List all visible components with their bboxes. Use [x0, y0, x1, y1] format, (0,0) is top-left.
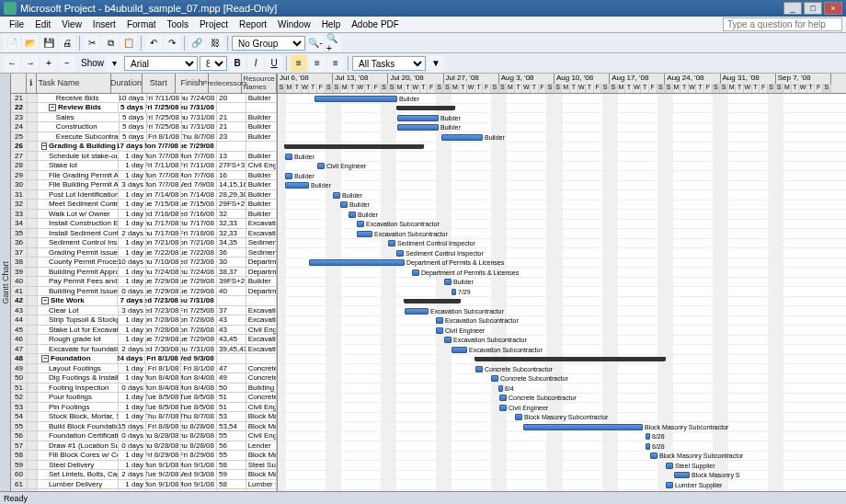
gantt-row[interactable]: 8/28 — [278, 432, 846, 442]
cell-start[interactable]: Mon 7/7/08 — [146, 180, 182, 189]
cell-id[interactable]: 43 — [11, 306, 28, 315]
italic-button[interactable]: I — [247, 55, 264, 72]
gantt-row[interactable]: Builder — [278, 278, 846, 288]
cell-info[interactable] — [28, 461, 38, 470]
cell-name[interactable]: Steel Delivery — [38, 461, 119, 470]
minimize-button[interactable]: _ — [783, 2, 802, 15]
cell-pred[interactable]: 38,37 — [217, 268, 246, 277]
cell-id[interactable]: 61 — [11, 480, 28, 489]
copy-button[interactable]: ⧉ — [102, 35, 119, 52]
cell-res[interactable]: Builder — [246, 171, 277, 180]
task-row[interactable]: 28Stake lot1 dayFri 7/11/08Fri 7/11/0827… — [11, 161, 277, 171]
cell-pred[interactable]: 16 — [217, 171, 246, 180]
save-button[interactable]: 💾 — [40, 35, 57, 52]
cell-finish[interactable]: Thu 8/28/08 — [181, 441, 217, 451]
cell-pred[interactable]: 55 — [217, 451, 246, 460]
cell-id[interactable]: 48 — [11, 354, 28, 363]
cell-start[interactable]: Fri 7/25/08 — [146, 103, 182, 112]
cell-info[interactable] — [28, 113, 38, 122]
cell-finish[interactable]: Wed 7/16/08 — [181, 210, 217, 219]
cell-duration[interactable]: 1 day — [119, 152, 146, 161]
cell-name[interactable]: Execute Subcontractor Agreeme — [38, 132, 120, 142]
cell-duration[interactable]: 1 day — [119, 219, 146, 228]
cell-duration[interactable]: 10 days — [119, 258, 146, 267]
cell-start[interactable]: Mon 7/7/08 — [145, 142, 181, 151]
task-bar[interactable]: Concrete Subcontractor — [475, 366, 483, 372]
cell-pred[interactable]: 29FS+2 days — [217, 200, 246, 209]
task-bar[interactable]: Sediment Control Inspector — [396, 250, 404, 257]
cell-finish[interactable]: Tue 8/5/08 — [181, 403, 217, 412]
task-bar[interactable]: Block Masonry Subcontractor — [650, 452, 657, 459]
outline-collapse-icon[interactable]: − — [41, 355, 49, 362]
cell-name[interactable]: County Permit Process — [38, 258, 119, 267]
gantt-row[interactable]: Builder — [278, 152, 846, 162]
cell-finish[interactable]: Mon 9/1/08 — [181, 461, 217, 470]
cell-start[interactable]: Tue 7/15/08 — [146, 200, 182, 209]
col-pred[interactable]: Predecessors — [209, 74, 242, 93]
cell-info[interactable] — [28, 238, 38, 247]
cell-info[interactable] — [28, 345, 38, 354]
cell-id[interactable]: 24 — [11, 122, 28, 132]
cell-info[interactable] — [28, 210, 38, 219]
cell-res[interactable]: Steel Supplie — [246, 461, 277, 470]
task-row[interactable]: 59Steel Delivery1 dayMon 9/1/08Mon 9/1/0… — [11, 461, 277, 471]
cell-pred[interactable]: 37 — [217, 306, 246, 315]
cell-finish[interactable]: Thu 7/31/08 — [182, 122, 217, 132]
cell-id[interactable]: 21 — [11, 94, 28, 103]
cell-id[interactable]: 33 — [11, 210, 28, 219]
cell-res[interactable]: Block Mason — [246, 422, 277, 431]
show-dropdown[interactable]: ▾ — [106, 55, 122, 72]
cell-duration[interactable]: 1 day — [119, 373, 146, 383]
menu-format[interactable]: Format — [121, 19, 162, 29]
cell-id[interactable]: 41 — [11, 287, 28, 296]
cell-info[interactable] — [28, 103, 38, 112]
task-row[interactable]: 48−Foundation24 daysFri 8/1/08Wed 9/3/08 — [11, 354, 277, 364]
cell-duration[interactable]: 0 days — [119, 441, 146, 451]
cell-start[interactable]: Tue 7/22/08 — [146, 248, 182, 258]
gantt-row[interactable]: Excavation Subcontractor — [278, 336, 846, 346]
cell-duration[interactable]: 1 day — [119, 451, 146, 460]
cell-info[interactable] — [28, 122, 38, 132]
cell-id[interactable]: 23 — [11, 113, 28, 122]
cell-id[interactable]: 38 — [11, 258, 28, 267]
cell-res[interactable]: Excavation S — [246, 219, 277, 228]
cell-start[interactable]: Tue 7/29/08 — [146, 335, 182, 344]
cell-id[interactable]: 27 — [11, 152, 28, 161]
cell-pred[interactable]: 51 — [217, 403, 246, 412]
cell-res[interactable]: Department o — [246, 268, 277, 277]
cell-id[interactable]: 25 — [11, 132, 28, 142]
cell-id[interactable]: 40 — [11, 277, 28, 286]
cell-id[interactable]: 39 — [11, 268, 28, 277]
cell-id[interactable]: 32 — [11, 200, 28, 209]
cell-info[interactable] — [28, 180, 38, 189]
cell-duration[interactable]: 1 day — [119, 335, 146, 344]
cell-name[interactable]: Rough grade lot — [38, 335, 119, 344]
font-select[interactable]: Arial — [124, 56, 198, 71]
view-bar[interactable]: Gantt Chart — [0, 74, 11, 491]
cell-pred[interactable]: 39FS+2 days — [217, 277, 246, 286]
cell-pred[interactable]: 58 — [217, 461, 246, 470]
cell-start[interactable]: Thu 7/17/08 — [146, 219, 182, 228]
unlink-button[interactable]: ⛓ — [207, 35, 223, 52]
cell-name[interactable]: −Grading & Building Permits — [38, 142, 118, 151]
task-row[interactable]: 30File Building Permit Application3 days… — [11, 180, 277, 190]
new-button[interactable]: 📄 — [4, 35, 20, 52]
cell-pred[interactable]: 40 — [217, 287, 246, 296]
cell-id[interactable]: 60 — [11, 470, 28, 479]
cell-pred[interactable]: 21 — [217, 113, 246, 122]
cell-name[interactable]: Meet Sediment Control Inspector — [38, 200, 119, 209]
task-bar[interactable]: Builder — [397, 124, 439, 131]
cell-pred[interactable]: 14,15,16 — [217, 180, 246, 189]
group-select[interactable]: No Group — [232, 36, 305, 51]
cell-pred[interactable]: 49 — [217, 373, 246, 383]
cell-name[interactable]: Layout Footings — [38, 364, 119, 373]
gantt-row[interactable] — [278, 143, 846, 153]
cell-start[interactable]: Tue 7/29/08 — [146, 277, 182, 286]
cell-res[interactable]: Concrete Su — [246, 373, 277, 383]
cell-res[interactable]: Lumber Supp — [246, 480, 277, 489]
cell-pred[interactable]: 27FS+3 days — [217, 161, 246, 170]
menu-file[interactable]: File — [4, 19, 29, 29]
gantt-row[interactable]: Builder — [278, 123, 846, 133]
task-row[interactable]: 29File Grading Permit Application1 dayMo… — [11, 171, 277, 181]
task-row[interactable]: 50Dig Footings & Install Reinforcing1 da… — [11, 373, 277, 384]
